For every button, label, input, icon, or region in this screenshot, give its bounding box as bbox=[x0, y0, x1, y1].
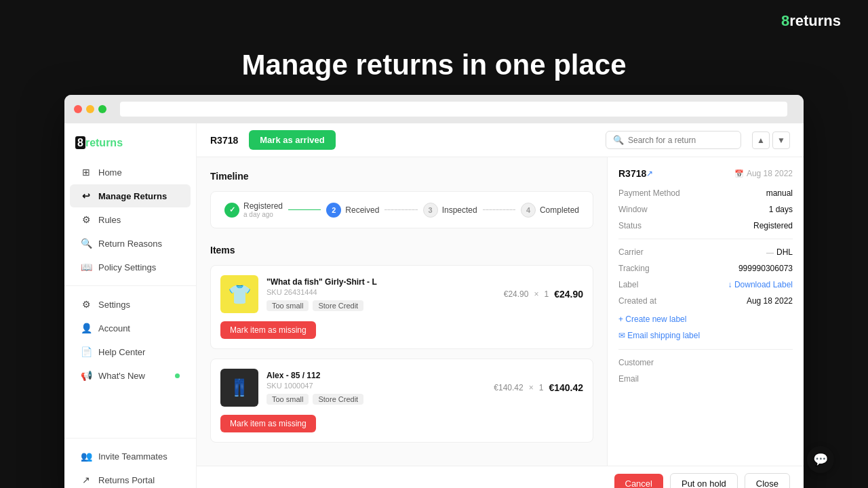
hero-title: Manage returns in one place bbox=[0, 42, 868, 95]
browser-chrome bbox=[64, 95, 804, 123]
item-total-2: €140.42 bbox=[549, 382, 583, 393]
sidebar-item-policy-settings[interactable]: 📖 Policy Settings bbox=[70, 256, 191, 279]
window-value: 1 days bbox=[769, 205, 793, 214]
sidebar-item-label: Policy Settings bbox=[98, 262, 156, 272]
url-bar[interactable] bbox=[120, 102, 787, 117]
step-line-3 bbox=[483, 209, 515, 210]
email-shipping-label-link[interactable]: ✉ Email shipping label bbox=[618, 331, 700, 340]
item-qty-1: 1 bbox=[544, 289, 549, 299]
close-button[interactable]: Close bbox=[745, 473, 790, 488]
item-name-2: Alex - 85 / 112 bbox=[267, 371, 486, 380]
email-label: Email bbox=[618, 374, 639, 384]
carrier-dash: — bbox=[766, 248, 774, 256]
sidebar-item-label: Home bbox=[98, 167, 122, 178]
app-layout: 8returns ⊞ Home ↩ Manage Returns ⚙ Rules… bbox=[64, 123, 804, 488]
step-circle-inspected: 3 bbox=[423, 203, 438, 218]
sidebar-item-account[interactable]: 👤 Account bbox=[70, 317, 191, 340]
chat-fab-button[interactable]: 💬 bbox=[807, 446, 834, 473]
sidebar-item-label: Help Center bbox=[98, 347, 145, 357]
sidebar-logo: 8returns bbox=[64, 134, 196, 160]
sidebar-nav: ⊞ Home ↩ Manage Returns ⚙ Rules 🔍 Return… bbox=[64, 160, 196, 438]
item-thumb-2: 👖 bbox=[220, 369, 258, 407]
panel-row-customer: Customer bbox=[618, 358, 793, 367]
step-circle-completed: 4 bbox=[521, 203, 536, 218]
step-sublabel-registered: a day ago bbox=[243, 211, 283, 218]
divider-2 bbox=[618, 349, 793, 350]
whats-new-badge bbox=[175, 373, 180, 378]
sidebar-item-manage-returns[interactable]: ↩ Manage Returns bbox=[70, 184, 191, 207]
mark-missing-button-1[interactable]: Mark item as missing bbox=[220, 321, 316, 339]
sidebar-item-label: Invite Teammates bbox=[98, 451, 167, 462]
item-qty-2: 1 bbox=[539, 383, 544, 392]
sidebar-item-settings[interactable]: ⚙ Settings bbox=[70, 293, 191, 316]
body-area: Timeline ✓ Registered a day ago 2 bbox=[197, 157, 804, 466]
cancel-button[interactable]: Cancel bbox=[614, 474, 663, 488]
step-inspected: 3 Inspected bbox=[423, 203, 477, 218]
item-card-1: 👕 "What da fish" Girly-Shirt - L SKU 264… bbox=[210, 265, 593, 349]
created-at-key: Created at bbox=[618, 296, 656, 306]
minimize-dot[interactable] bbox=[86, 105, 94, 113]
mark-as-arrived-button[interactable]: Mark as arrived bbox=[249, 130, 335, 150]
item-thumb-1: 👕 bbox=[220, 275, 258, 313]
item-info-2: Alex - 85 / 112 SKU 1000047 Too small St… bbox=[267, 371, 486, 405]
search-bar[interactable]: 🔍 bbox=[606, 131, 741, 149]
create-new-label-link[interactable]: + Create new label bbox=[618, 314, 686, 324]
policy-settings-icon: 📖 bbox=[81, 262, 92, 272]
label-key: Label bbox=[618, 280, 638, 289]
sidebar-item-whats-new[interactable]: 📢 What's New bbox=[70, 364, 191, 387]
step-registered: ✓ Registered a day ago bbox=[224, 201, 283, 218]
portal-icon: ↗ bbox=[81, 474, 92, 485]
item-tags-2: Too small Store Credit bbox=[267, 394, 486, 405]
window-key: Window bbox=[618, 205, 648, 214]
put-on-hold-button[interactable]: Put on hold bbox=[670, 473, 738, 488]
item-tag-too-small-2: Too small bbox=[267, 394, 309, 405]
sidebar-item-return-reasons[interactable]: 🔍 Return Reasons bbox=[70, 232, 191, 255]
item-row-2: 👖 Alex - 85 / 112 SKU 1000047 Too small … bbox=[220, 369, 583, 407]
close-dot[interactable] bbox=[74, 105, 82, 113]
step-label-registered: Registered bbox=[243, 201, 283, 211]
search-icon: 🔍 bbox=[613, 135, 624, 145]
search-input[interactable] bbox=[628, 136, 734, 145]
calendar-icon: 📅 bbox=[734, 169, 744, 178]
main-content: R3718 Mark as arrived 🔍 ▲ ▼ Timeline bbox=[197, 123, 804, 488]
brand-logo-top: 8returns bbox=[781, 12, 841, 30]
step-label-inspected: Inspected bbox=[442, 205, 477, 215]
nav-arrows: ▲ ▼ bbox=[752, 131, 790, 149]
panel-return-id: R3718 bbox=[618, 168, 646, 179]
timeline-title: Timeline bbox=[210, 171, 593, 182]
panel-row-window: Window 1 days bbox=[618, 205, 793, 214]
carrier-value: — DHL bbox=[766, 247, 793, 257]
panel-row-tracking: Tracking 999990306073 bbox=[618, 264, 793, 273]
nav-prev-button[interactable]: ▲ bbox=[752, 131, 770, 149]
panel-external-link[interactable]: ↗ bbox=[646, 169, 653, 178]
browser-window: 8returns ⊞ Home ↩ Manage Returns ⚙ Rules… bbox=[64, 95, 804, 488]
panel-row-email: Email bbox=[618, 374, 793, 384]
item-tag-store-credit-1: Store Credit bbox=[313, 300, 363, 311]
sidebar-item-help-center[interactable]: 📄 Help Center bbox=[70, 340, 191, 363]
item-tag-too-small-1: Too small bbox=[267, 300, 309, 311]
mark-missing-button-2[interactable]: Mark item as missing bbox=[220, 415, 316, 432]
return-id-header: R3718 bbox=[210, 135, 238, 146]
traffic-lights bbox=[74, 105, 106, 113]
step-line-1 bbox=[288, 209, 321, 210]
maximize-dot[interactable] bbox=[98, 105, 106, 113]
sidebar: 8returns ⊞ Home ↩ Manage Returns ⚙ Rules… bbox=[64, 123, 197, 488]
created-at-value: Aug 18 2022 bbox=[747, 296, 793, 306]
sidebar-item-label: Manage Returns bbox=[98, 191, 167, 201]
sidebar-item-invite-teammates[interactable]: 👥 Invite Teammates bbox=[70, 445, 191, 468]
manage-returns-icon: ↩ bbox=[81, 190, 92, 201]
sidebar-item-label: Account bbox=[98, 323, 130, 333]
panel-row-created: Created at Aug 18 2022 bbox=[618, 296, 793, 306]
step-line-2 bbox=[384, 209, 417, 210]
download-label-link[interactable]: ↓ Download Label bbox=[728, 280, 793, 289]
carrier-key: Carrier bbox=[618, 247, 644, 257]
payment-method-value: manual bbox=[766, 188, 793, 198]
sidebar-item-rules[interactable]: ⚙ Rules bbox=[70, 208, 191, 231]
status-value: Registered bbox=[753, 221, 793, 230]
item-price-row-1: €24.90 × 1 €24.90 bbox=[504, 289, 583, 300]
sidebar-item-home[interactable]: ⊞ Home bbox=[70, 161, 191, 184]
item-row-1: 👕 "What da fish" Girly-Shirt - L SKU 264… bbox=[220, 275, 583, 313]
sidebar-item-returns-portal[interactable]: ↗ Returns Portal bbox=[70, 468, 191, 488]
step-received: 2 Received bbox=[326, 203, 379, 218]
nav-next-button[interactable]: ▼ bbox=[772, 131, 790, 149]
